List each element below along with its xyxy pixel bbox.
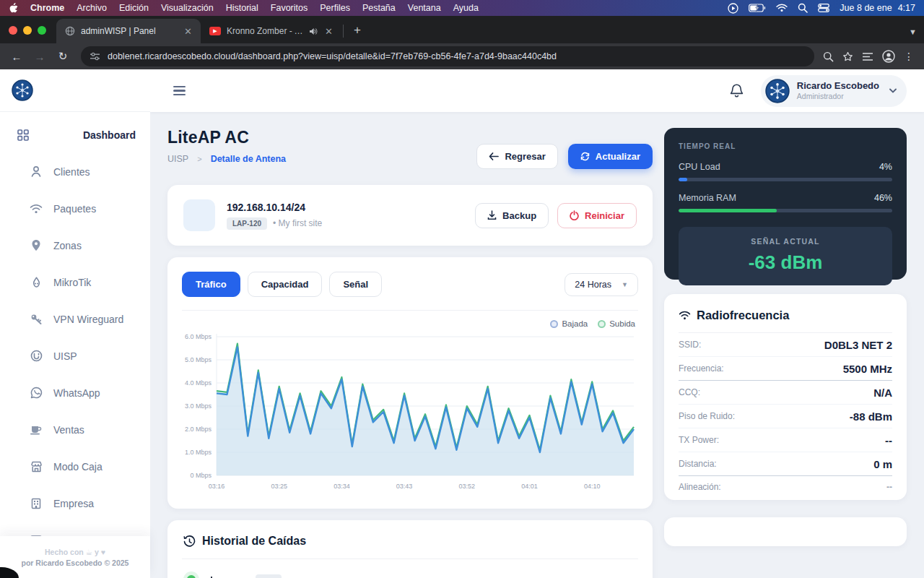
history-title: Historial de Caídas — [202, 535, 306, 548]
sidebar-item-whatsapp[interactable]: WhatsApp — [0, 374, 150, 411]
breadcrumb-root[interactable]: UISP — [167, 154, 188, 164]
svg-text:03:34: 03:34 — [334, 483, 350, 490]
tab-trafico[interactable]: Tráfico — [182, 272, 240, 297]
backup-button[interactable]: Backup — [475, 203, 549, 228]
wifi-title-icon — [679, 311, 691, 320]
svg-text:2.0 Mbps: 2.0 Mbps — [185, 426, 212, 433]
person-icon — [29, 165, 43, 178]
address-bar[interactable]: doblenet.ricardoescobedo.cloud/dashboard… — [81, 46, 814, 66]
chrome-menu-icon[interactable]: ⋮ — [904, 51, 914, 62]
traffic-chart-card: Tráfico Capacidad Señal 24 Horas ▼ Bajad… — [167, 257, 653, 509]
maximize-window-button[interactable] — [38, 26, 46, 35]
time-range-select[interactable]: 24 Horas ▼ — [565, 273, 638, 296]
menubar-item-perfiles[interactable]: Perfiles — [320, 3, 350, 13]
radio-title: Radiofrecuencia — [697, 309, 789, 322]
svg-text:5.0 Mbps: 5.0 Mbps — [185, 356, 212, 363]
legend-bajada-label: Bajada — [562, 319, 588, 328]
tab-close-icon[interactable]: ✕ — [183, 26, 193, 37]
wifi-icon[interactable] — [776, 4, 788, 12]
sidebar-footer: Hecho con ☕ y ♥ por Ricardo Escobedo © 2… — [0, 536, 150, 578]
menubar-date[interactable]: Jue 8 de ene — [840, 3, 892, 13]
control-center-icon[interactable] — [818, 4, 829, 12]
svg-text:6.0 Mbps: 6.0 Mbps — [185, 333, 212, 340]
ram-progress-track — [679, 209, 892, 212]
user-menu[interactable]: Ricardo Escobedo Administrador — [761, 75, 907, 107]
window-controls — [0, 26, 56, 43]
signal-label: SEÑAL ACTUAL — [686, 237, 885, 246]
breadcrumb-current: Detalle de Antena — [211, 154, 286, 164]
svg-text:03:43: 03:43 — [396, 483, 413, 490]
ram-label: Memoria RAM — [679, 193, 736, 203]
wifi-icon — [29, 204, 43, 214]
sidebar-item-mikrotik[interactable]: MikroTik — [0, 264, 150, 301]
tab-audio-icon[interactable] — [309, 27, 318, 35]
sidebar-item-dashboard[interactable]: Dashboard — [0, 116, 150, 153]
whatsapp-icon — [29, 387, 43, 399]
menubar-item-favoritos[interactable]: Favoritos — [271, 3, 308, 13]
notifications-bell-icon[interactable] — [730, 83, 744, 98]
tab-senal[interactable]: Señal — [329, 272, 382, 297]
sidebar-item-label: MikroTik — [53, 277, 91, 288]
device-summary-card: 192.168.10.14/24 LAP-120 • My first site… — [167, 185, 653, 246]
menubar-item-edicion[interactable]: Edición — [119, 3, 149, 13]
tab-search-chevron-icon[interactable]: ▼ — [909, 27, 917, 36]
reload-button[interactable]: ↻ — [53, 50, 72, 63]
bookmark-star-icon[interactable] — [842, 51, 853, 62]
menubar-item-historial[interactable]: Historial — [226, 3, 258, 13]
sidebar-item-ventas[interactable]: Ventas — [0, 411, 150, 448]
menubar-item-ventana[interactable]: Ventana — [408, 3, 441, 13]
sidebar-item-paquetes[interactable]: Paquetes — [0, 190, 150, 227]
zoom-icon[interactable] — [823, 51, 834, 62]
traffic-area-chart[interactable]: 0 Mbps1.0 Mbps2.0 Mbps3.0 Mbps4.0 Mbps5.… — [182, 329, 638, 494]
reboot-button[interactable]: Reiniciar — [557, 203, 637, 228]
browser-tab-youtube[interactable]: ▶ Kronno Zomber - Amor de ✕ — [201, 19, 341, 43]
cpu-progress-fill — [679, 178, 687, 181]
tab-capacidad[interactable]: Capacidad — [248, 272, 323, 297]
sidebar-item-zonas[interactable]: Zonas — [0, 227, 150, 264]
menubar-time[interactable]: 4:17 — [898, 3, 915, 13]
sidebar-item-label: Clientes — [53, 166, 90, 178]
macos-menubar: Chrome Archivo Edición Visualización His… — [0, 0, 924, 16]
back-page-button[interactable]: Regresar — [476, 144, 557, 169]
sidebar-item-clientes[interactable]: Clientes — [0, 153, 150, 190]
refresh-page-button[interactable]: Actualizar — [568, 144, 653, 169]
tab-separator — [343, 25, 344, 38]
menubar-item-ayuda[interactable]: Ayuda — [453, 3, 479, 13]
tab-close-icon[interactable]: ✕ — [323, 26, 334, 37]
sidebar-item-modo-caja[interactable]: Modo Caja — [0, 448, 150, 485]
legend-subida-icon — [598, 320, 606, 328]
apple-logo-icon[interactable] — [9, 3, 18, 14]
sidebar-item-vpn-wireguard[interactable]: VPN Wireguard — [0, 301, 150, 337]
menubar-item-pestana[interactable]: Pestaña — [362, 3, 396, 13]
coffee-cup-icon — [29, 424, 43, 435]
chart-legend: Bajada Subida — [182, 319, 635, 328]
reading-list-icon[interactable] — [862, 52, 873, 61]
sidebar-toggle-button[interactable] — [173, 86, 186, 96]
battery-icon[interactable] — [749, 4, 766, 12]
site-settings-icon[interactable] — [90, 52, 100, 61]
radio-row-frecuencia: Frecuencia:5500 MHz — [679, 357, 892, 381]
legend-bajada-icon — [550, 320, 558, 328]
sidebar-item-empresa[interactable]: Empresa — [0, 485, 150, 522]
close-window-button[interactable] — [9, 26, 17, 35]
minimize-window-button[interactable] — [23, 26, 32, 35]
forward-button[interactable]: → — [30, 51, 49, 63]
back-button[interactable]: ← — [7, 51, 26, 63]
new-tab-button[interactable]: + — [348, 23, 367, 38]
history-row[interactable] — [183, 571, 637, 578]
sidebar-item-uisp[interactable]: UISP — [0, 337, 150, 374]
sidebar-item-label: Empresa — [53, 498, 94, 509]
spotlight-search-icon[interactable] — [798, 3, 808, 13]
menubar-item-visualizacion[interactable]: Visualización — [161, 3, 214, 13]
browser-tab-adminwisp[interactable]: adminWISP | Panel ✕ — [56, 19, 201, 43]
media-play-icon[interactable] — [728, 3, 738, 14]
menubar-item-archivo[interactable]: Archivo — [77, 3, 107, 13]
radio-row-ccq: CCQ:N/A — [679, 381, 892, 405]
profile-avatar-icon[interactable] — [882, 50, 895, 63]
cpu-label: CPU Load — [679, 162, 720, 172]
app-logo[interactable] — [12, 79, 33, 101]
sidebar-item-label: Modo Caja — [53, 461, 103, 473]
svg-text:1.0 Mbps: 1.0 Mbps — [185, 449, 212, 456]
menubar-item-chrome[interactable]: Chrome — [30, 3, 64, 13]
storefront-icon — [29, 461, 43, 473]
